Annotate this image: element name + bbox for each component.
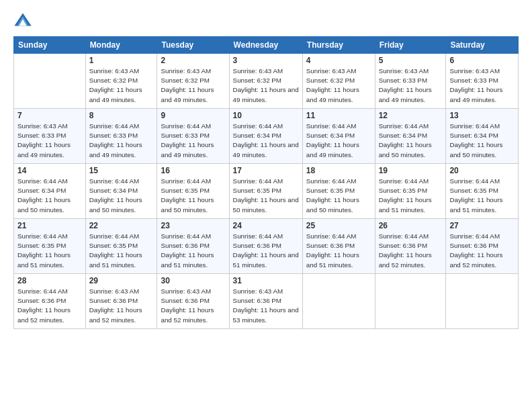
- day-info: Sunrise: 6:44 AMSunset: 6:34 PMDaylight:…: [17, 177, 71, 214]
- day-info: Sunrise: 6:43 AMSunset: 6:36 PMDaylight:…: [161, 287, 214, 324]
- day-number: 8: [89, 111, 154, 120]
- calendar-cell: 15Sunrise: 6:44 AMSunset: 6:34 PMDayligh…: [85, 164, 157, 219]
- calendar-table: SundayMondayTuesdayWednesdayThursdayFrid…: [13, 36, 519, 329]
- calendar-cell: 5Sunrise: 6:43 AMSunset: 6:33 PMDaylight…: [375, 54, 446, 109]
- day-info: Sunrise: 6:43 AMSunset: 6:36 PMDaylight:…: [233, 287, 299, 324]
- day-info: Sunrise: 6:44 AMSunset: 6:34 PMDaylight:…: [379, 122, 432, 158]
- weekday-header-monday: Monday: [85, 37, 157, 54]
- day-number: 27: [449, 221, 515, 230]
- calendar-cell: 10Sunrise: 6:44 AMSunset: 6:34 PMDayligh…: [229, 109, 302, 164]
- calendar-cell: 22Sunrise: 6:44 AMSunset: 6:35 PMDayligh…: [85, 219, 157, 274]
- day-number: 17: [233, 166, 299, 175]
- day-number: 14: [17, 166, 82, 175]
- calendar-week-1: 1Sunrise: 6:43 AMSunset: 6:32 PMDaylight…: [14, 54, 519, 109]
- day-info: Sunrise: 6:43 AMSunset: 6:33 PMDaylight:…: [17, 122, 71, 158]
- day-info: Sunrise: 6:43 AMSunset: 6:32 PMDaylight:…: [233, 67, 299, 103]
- day-number: 15: [89, 166, 154, 175]
- calendar-cell: 9Sunrise: 6:44 AMSunset: 6:33 PMDaylight…: [157, 109, 229, 164]
- calendar-cell: 8Sunrise: 6:44 AMSunset: 6:33 PMDaylight…: [85, 109, 157, 164]
- day-number: 20: [449, 166, 515, 175]
- day-info: Sunrise: 6:43 AMSunset: 6:32 PMDaylight:…: [161, 67, 214, 103]
- day-info: Sunrise: 6:44 AMSunset: 6:35 PMDaylight:…: [449, 177, 502, 214]
- calendar-cell: 16Sunrise: 6:44 AMSunset: 6:35 PMDayligh…: [157, 164, 229, 219]
- day-info: Sunrise: 6:43 AMSunset: 6:36 PMDaylight:…: [89, 287, 142, 324]
- calendar-cell: 31Sunrise: 6:43 AMSunset: 6:36 PMDayligh…: [229, 274, 302, 329]
- calendar-cell: 27Sunrise: 6:44 AMSunset: 6:36 PMDayligh…: [446, 219, 519, 274]
- calendar-cell: 18Sunrise: 6:44 AMSunset: 6:35 PMDayligh…: [302, 164, 375, 219]
- weekday-header-thursday: Thursday: [302, 37, 375, 54]
- calendar-cell: [375, 274, 446, 329]
- day-number: 28: [17, 276, 82, 285]
- day-info: Sunrise: 6:44 AMSunset: 6:36 PMDaylight:…: [17, 287, 71, 324]
- day-info: Sunrise: 6:43 AMSunset: 6:32 PMDaylight:…: [89, 67, 142, 103]
- day-info: Sunrise: 6:44 AMSunset: 6:36 PMDaylight:…: [449, 232, 502, 269]
- calendar-cell: 4Sunrise: 6:43 AMSunset: 6:32 PMDaylight…: [302, 54, 375, 109]
- calendar-cell: 19Sunrise: 6:44 AMSunset: 6:35 PMDayligh…: [375, 164, 446, 219]
- day-info: Sunrise: 6:43 AMSunset: 6:33 PMDaylight:…: [449, 67, 502, 103]
- day-number: 10: [233, 111, 299, 120]
- calendar-cell: 28Sunrise: 6:44 AMSunset: 6:36 PMDayligh…: [14, 274, 86, 329]
- day-number: 1: [89, 56, 154, 65]
- calendar-cell: 23Sunrise: 6:44 AMSunset: 6:36 PMDayligh…: [157, 219, 229, 274]
- day-number: 2: [161, 56, 225, 65]
- day-info: Sunrise: 6:44 AMSunset: 6:34 PMDaylight:…: [233, 122, 299, 158]
- day-number: 29: [89, 276, 154, 285]
- day-number: 13: [449, 111, 515, 120]
- calendar-cell: 11Sunrise: 6:44 AMSunset: 6:34 PMDayligh…: [302, 109, 375, 164]
- calendar-cell: 29Sunrise: 6:43 AMSunset: 6:36 PMDayligh…: [85, 274, 157, 329]
- day-number: 16: [161, 166, 225, 175]
- weekday-header-sunday: Sunday: [14, 37, 86, 54]
- day-number: 18: [306, 166, 371, 175]
- day-info: Sunrise: 6:44 AMSunset: 6:35 PMDaylight:…: [161, 177, 214, 214]
- day-info: Sunrise: 6:44 AMSunset: 6:34 PMDaylight:…: [449, 122, 502, 158]
- day-number: 31: [233, 276, 299, 285]
- day-info: Sunrise: 6:44 AMSunset: 6:33 PMDaylight:…: [89, 122, 142, 158]
- calendar-cell: 14Sunrise: 6:44 AMSunset: 6:34 PMDayligh…: [14, 164, 86, 219]
- calendar-week-5: 28Sunrise: 6:44 AMSunset: 6:36 PMDayligh…: [14, 274, 519, 329]
- day-number: 5: [379, 56, 443, 65]
- weekday-header-tuesday: Tuesday: [157, 37, 229, 54]
- day-number: 24: [233, 221, 299, 230]
- day-info: Sunrise: 6:44 AMSunset: 6:36 PMDaylight:…: [233, 232, 299, 269]
- calendar-cell: 30Sunrise: 6:43 AMSunset: 6:36 PMDayligh…: [157, 274, 229, 329]
- calendar-cell: 26Sunrise: 6:44 AMSunset: 6:36 PMDayligh…: [375, 219, 446, 274]
- day-number: 12: [379, 111, 443, 120]
- weekday-header-row: SundayMondayTuesdayWednesdayThursdayFrid…: [14, 37, 519, 54]
- day-info: Sunrise: 6:44 AMSunset: 6:35 PMDaylight:…: [306, 177, 359, 214]
- day-number: 30: [161, 276, 225, 285]
- weekday-header-wednesday: Wednesday: [229, 37, 302, 54]
- day-info: Sunrise: 6:44 AMSunset: 6:36 PMDaylight:…: [161, 232, 214, 269]
- day-number: 6: [449, 56, 515, 65]
- day-number: 26: [379, 221, 443, 230]
- calendar-cell: 1Sunrise: 6:43 AMSunset: 6:32 PMDaylight…: [85, 54, 157, 109]
- day-number: 19: [379, 166, 443, 175]
- day-info: Sunrise: 6:44 AMSunset: 6:36 PMDaylight:…: [379, 232, 432, 269]
- calendar-cell: [302, 274, 375, 329]
- day-number: 11: [306, 111, 371, 120]
- logo-icon: [13, 11, 32, 30]
- page: SundayMondayTuesdayWednesdayThursdayFrid…: [0, 0, 532, 411]
- day-info: Sunrise: 6:44 AMSunset: 6:35 PMDaylight:…: [17, 232, 71, 269]
- day-info: Sunrise: 6:44 AMSunset: 6:35 PMDaylight:…: [89, 232, 142, 269]
- day-info: Sunrise: 6:44 AMSunset: 6:33 PMDaylight:…: [161, 122, 214, 158]
- calendar-cell: 2Sunrise: 6:43 AMSunset: 6:32 PMDaylight…: [157, 54, 229, 109]
- day-number: 21: [17, 221, 82, 230]
- logo: [13, 11, 35, 30]
- weekday-header-saturday: Saturday: [446, 37, 519, 54]
- day-number: 23: [161, 221, 225, 230]
- calendar-cell: 3Sunrise: 6:43 AMSunset: 6:32 PMDaylight…: [229, 54, 302, 109]
- calendar-cell: 25Sunrise: 6:44 AMSunset: 6:36 PMDayligh…: [302, 219, 375, 274]
- day-number: 22: [89, 221, 154, 230]
- calendar-cell: 20Sunrise: 6:44 AMSunset: 6:35 PMDayligh…: [446, 164, 519, 219]
- calendar-cell: [446, 274, 519, 329]
- day-number: 4: [306, 56, 371, 65]
- day-info: Sunrise: 6:44 AMSunset: 6:34 PMDaylight:…: [89, 177, 142, 214]
- calendar-week-4: 21Sunrise: 6:44 AMSunset: 6:35 PMDayligh…: [14, 219, 519, 274]
- day-info: Sunrise: 6:44 AMSunset: 6:35 PMDaylight:…: [233, 177, 299, 214]
- weekday-header-friday: Friday: [375, 37, 446, 54]
- day-number: 3: [233, 56, 299, 65]
- day-info: Sunrise: 6:44 AMSunset: 6:36 PMDaylight:…: [306, 232, 359, 269]
- calendar-cell: 12Sunrise: 6:44 AMSunset: 6:34 PMDayligh…: [375, 109, 446, 164]
- calendar-cell: 21Sunrise: 6:44 AMSunset: 6:35 PMDayligh…: [14, 219, 86, 274]
- day-info: Sunrise: 6:44 AMSunset: 6:34 PMDaylight:…: [306, 122, 359, 158]
